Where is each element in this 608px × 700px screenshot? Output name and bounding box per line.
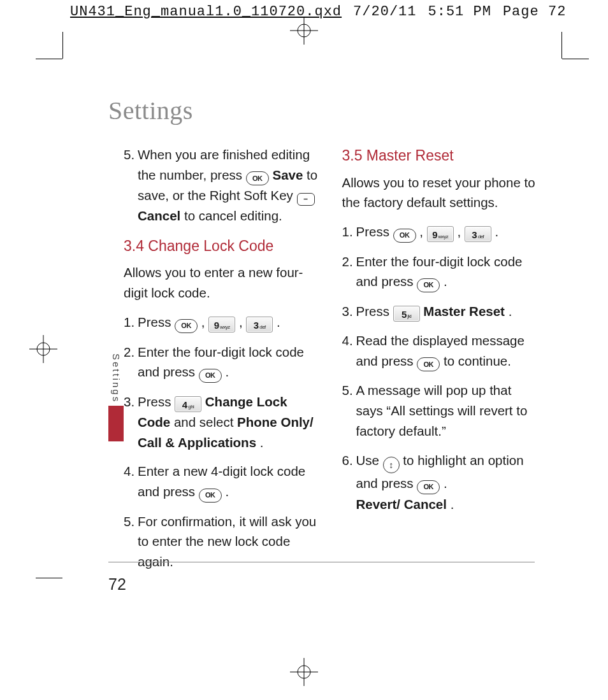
body-text: and select bbox=[174, 415, 237, 429]
keypad-9-icon: 9wxyz bbox=[208, 317, 235, 332]
list-item: 3. Press 4ghi Change Lock Code and selec… bbox=[124, 392, 323, 453]
footer-rule bbox=[108, 562, 535, 562]
list-item: 2. Enter the four-digit lock code and pr… bbox=[124, 342, 323, 383]
ok-key-icon: OK bbox=[199, 489, 222, 503]
body-text: Press bbox=[356, 304, 393, 318]
body-text: Enter a new 4-digit lock code and press bbox=[138, 464, 305, 499]
registration-mark-icon bbox=[29, 335, 57, 366]
ok-key-icon: OK bbox=[246, 171, 269, 185]
body-text: to cancel editing. bbox=[184, 208, 282, 223]
list-item: 4. Read the displayed message and press … bbox=[342, 331, 542, 371]
list-item: 1. Press OK , 9wxyz , 3def . bbox=[124, 312, 323, 333]
body-text: Allows you to enter a new four-digit loc… bbox=[124, 262, 323, 303]
ok-key-icon: OK bbox=[175, 319, 198, 333]
subsection-heading: 3.4 Change Lock Code bbox=[124, 235, 323, 258]
page-body: Settings Settings 5. When you are finish… bbox=[64, 61, 560, 643]
crop-mark-icon bbox=[561, 32, 562, 59]
crop-mark-icon bbox=[36, 578, 62, 578]
ok-key-icon: OK bbox=[199, 369, 222, 383]
body-text: Press bbox=[356, 224, 393, 239]
registration-mark-icon bbox=[290, 658, 318, 689]
body-text: Press bbox=[138, 315, 175, 329]
body-text: For confirmation, it will ask you to ent… bbox=[138, 511, 323, 572]
list-item: 5. When you are finished editing the num… bbox=[124, 145, 323, 226]
registration-mark-icon bbox=[290, 17, 318, 47]
keypad-4-icon: 4ghi bbox=[175, 396, 201, 412]
crop-mark-icon bbox=[62, 32, 63, 59]
page-number: 72 bbox=[108, 575, 126, 594]
ok-key-icon: OK bbox=[417, 278, 440, 292]
list-item: 5. A message will pop up that says “All … bbox=[342, 380, 542, 441]
list-item: 2. Enter the four-digit lock code and pr… bbox=[342, 252, 542, 292]
bold-text: Master Reset bbox=[423, 304, 505, 318]
keypad-3-icon: 3def bbox=[246, 317, 273, 332]
bold-text: Cancel bbox=[138, 208, 180, 223]
print-page: Page 72 bbox=[503, 4, 566, 20]
body-text: Allows you to reset your phone to the fa… bbox=[342, 173, 542, 213]
sidebar-tab: Settings bbox=[108, 354, 124, 441]
keypad-9-icon: 9wxyz bbox=[427, 226, 454, 242]
left-column: 5. When you are finished editing the num… bbox=[124, 145, 323, 581]
list-item: 6. Use ↕ to highlight an option and pres… bbox=[342, 450, 542, 515]
crop-mark-icon bbox=[36, 59, 62, 59]
bold-text: Revert/ Cancel bbox=[356, 497, 447, 511]
body-text: Use bbox=[356, 453, 383, 468]
body-text: A message will pop up that says “All set… bbox=[356, 380, 542, 441]
nav-up-down-icon: ↕ bbox=[383, 457, 400, 473]
print-date: 7/20/11 bbox=[353, 4, 416, 20]
list-item: 5. For confirmation, it will ask you to … bbox=[124, 511, 323, 572]
crop-mark-icon bbox=[562, 59, 589, 59]
ok-key-icon: OK bbox=[417, 480, 440, 494]
right-column: 3.5 Master Reset Allows you to reset you… bbox=[342, 145, 542, 581]
sidebar-color-block bbox=[108, 406, 124, 441]
sidebar-label: Settings bbox=[111, 354, 122, 403]
keypad-3-icon: 3def bbox=[465, 226, 491, 242]
subsection-heading: 3.5 Master Reset bbox=[342, 145, 542, 168]
section-title: Settings bbox=[108, 96, 560, 125]
list-item: 1. Press OK , 9wxyz , 3def . bbox=[342, 222, 542, 243]
list-item: 4. Enter a new 4-digit lock code and pre… bbox=[124, 461, 323, 502]
ok-key-icon: OK bbox=[417, 357, 440, 371]
keypad-5-icon: 5jkl bbox=[393, 306, 420, 322]
print-time: 5:51 PM bbox=[428, 4, 491, 20]
right-soft-key-icon: – bbox=[297, 193, 315, 206]
body-text: Press bbox=[138, 394, 175, 409]
bold-text: Save bbox=[273, 168, 303, 182]
list-item: 3. Press 5jkl Master Reset . bbox=[342, 301, 542, 322]
ok-key-icon: OK bbox=[393, 229, 416, 243]
